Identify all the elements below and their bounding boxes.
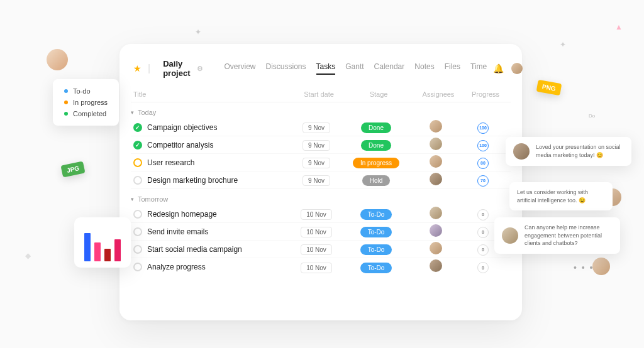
project-title[interactable]: Daily project [163, 59, 190, 78]
col-date[interactable]: Start date [291, 90, 347, 98]
bubble-avatar [502, 227, 518, 244]
task-assignee[interactable] [408, 155, 464, 170]
bubble-avatar [513, 143, 530, 160]
col-title[interactable]: Title [133, 90, 291, 98]
task-assignee[interactable] [408, 259, 464, 275]
group-header[interactable]: ▾Tomorrow [131, 189, 511, 205]
gear-icon[interactable]: ⚙ [197, 65, 203, 73]
nav-files[interactable]: Files [445, 62, 460, 75]
task-status-icon[interactable] [133, 227, 142, 236]
task-stage[interactable]: To-Do [345, 261, 408, 273]
task-row[interactable]: User research 9 Nov In progress 80 [131, 154, 511, 171]
task-status-icon[interactable] [133, 263, 142, 271]
status-legend: To-doIn progressCompleted [53, 79, 119, 126]
task-stage[interactable]: Hold [345, 174, 408, 186]
legend-label: To-do [73, 87, 91, 95]
task-stage[interactable]: To-Do [345, 208, 408, 220]
main-window: ★ | Daily project ⚙ OverviewDiscussionsT… [119, 44, 522, 320]
task-date[interactable]: 10 Nov [288, 208, 345, 220]
chart-bar [104, 249, 111, 261]
chat-bubble: Let us consider working with artificial … [509, 182, 613, 210]
file-tag-png: PNG [536, 80, 562, 95]
col-stage[interactable]: Stage [347, 90, 410, 98]
legend-item: To-do [64, 85, 108, 97]
task-progress[interactable]: 100 [464, 121, 502, 134]
task-title[interactable]: Design marketing brochure [147, 176, 288, 185]
task-date[interactable]: 9 Nov [288, 139, 345, 151]
task-row[interactable]: Send invite emails 10 Nov To-Do 0 [131, 223, 511, 241]
task-row[interactable]: Competitor analysis 9 Nov Done 100 [131, 136, 511, 154]
task-status-icon[interactable] [133, 245, 142, 254]
task-date[interactable]: 9 Nov [288, 156, 345, 168]
task-status-icon[interactable] [133, 210, 142, 219]
table-header: Title Start date Stage Assignees Progres… [131, 84, 511, 102]
chart-bar [84, 233, 91, 261]
task-row[interactable]: Redesign homepage 10 Nov To-Do 0 [131, 205, 511, 223]
bubble-text: Can anyone help me increase engagement b… [525, 224, 613, 247]
nav-time[interactable]: Time [470, 62, 487, 75]
current-user-avatar[interactable] [511, 63, 523, 74]
bubble-text: Loved your presentation on social media … [536, 143, 624, 159]
legend-dot [64, 89, 68, 93]
nav-tasks[interactable]: Tasks [316, 62, 336, 75]
task-title[interactable]: Start social media campaign [147, 245, 288, 254]
legend-item: Completed [64, 108, 108, 119]
floating-avatar-2 [592, 258, 610, 275]
task-stage[interactable]: To-Do [345, 226, 408, 237]
task-date[interactable]: 9 Nov [288, 174, 345, 186]
task-title[interactable]: Analyze progress [147, 263, 288, 271]
task-title[interactable]: User research [147, 158, 288, 167]
task-status-icon[interactable] [133, 158, 142, 167]
chart-bar [94, 242, 101, 261]
task-status-icon[interactable] [133, 141, 142, 150]
task-date[interactable]: 10 Nov [288, 226, 345, 237]
task-row[interactable]: Start social media campaign 10 Nov To-Do… [131, 241, 511, 258]
task-assignee[interactable] [408, 138, 464, 153]
col-assignees[interactable]: Assignees [410, 90, 467, 98]
task-title[interactable]: Redesign homepage [147, 210, 288, 219]
more-icon: • • • [574, 263, 594, 273]
task-title[interactable]: Competitor analysis [147, 141, 288, 150]
group-label: Tomorrow [138, 195, 168, 203]
task-status-icon[interactable] [133, 123, 142, 132]
task-title[interactable]: Send invite emails [147, 227, 288, 236]
task-assignee[interactable] [408, 224, 464, 239]
task-date[interactable]: 10 Nov [288, 243, 345, 255]
bubble-text: Let us consider working with artificial … [517, 188, 605, 204]
chat-bubble: Loved your presentation on social media … [506, 137, 631, 166]
group-header[interactable]: ▾Today [131, 102, 511, 119]
star-icon[interactable]: ★ [133, 63, 142, 73]
chevron-down-icon: ▾ [131, 109, 134, 116]
task-stage[interactable]: In progress [345, 156, 408, 168]
task-progress[interactable]: 70 [464, 173, 502, 187]
topbar: ★ | Daily project ⚙ OverviewDiscussionsT… [131, 59, 511, 84]
legend-dot [64, 101, 68, 104]
nav-overview[interactable]: Overview [225, 62, 256, 75]
task-row[interactable]: Campaign objectives 9 Nov Done 100 [131, 119, 511, 136]
task-date[interactable]: 9 Nov [288, 121, 345, 133]
task-title[interactable]: Campaign objectives [147, 123, 288, 132]
task-assignee[interactable] [408, 242, 464, 257]
task-row[interactable]: Design marketing brochure 9 Nov Hold 70 [131, 171, 511, 189]
nav-gantt[interactable]: Gantt [345, 62, 364, 75]
task-date[interactable]: 10 Nov [288, 261, 345, 273]
legend-label: Completed [73, 110, 106, 117]
nav-discussions[interactable]: Discussions [266, 62, 306, 75]
task-row[interactable]: Analyze progress 10 Nov To-Do 0 [131, 258, 511, 276]
legend-label: In progress [73, 99, 108, 106]
task-stage[interactable]: Done [345, 121, 408, 133]
col-progress[interactable]: Progress [467, 90, 504, 98]
task-assignee[interactable] [408, 173, 464, 188]
nav-calendar[interactable]: Calendar [374, 62, 405, 75]
task-progress[interactable]: 0 [464, 261, 502, 274]
task-stage[interactable]: Done [345, 139, 408, 151]
task-assignee[interactable] [408, 120, 464, 135]
nav-tabs: OverviewDiscussionsTasksGanttCalendarNot… [225, 62, 487, 75]
nav-notes[interactable]: Notes [414, 62, 434, 75]
task-progress[interactable]: 80 [464, 156, 502, 169]
task-status-icon[interactable] [133, 176, 142, 185]
task-assignee[interactable] [408, 207, 464, 222]
task-progress[interactable]: 100 [464, 138, 502, 151]
task-stage[interactable]: To-Do [345, 243, 408, 255]
bell-icon[interactable]: 🔔 [493, 63, 504, 73]
